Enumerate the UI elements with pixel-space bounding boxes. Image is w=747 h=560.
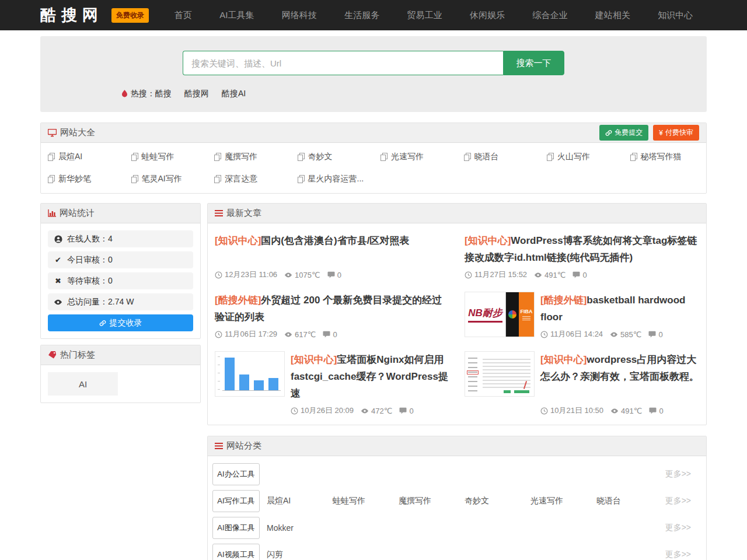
paid-review-button[interactable]: ¥ 付费快审 [653,125,699,141]
comment-icon [649,407,657,414]
free-submit-button[interactable]: 免费提交 [599,125,648,141]
category-label-ai-video[interactable]: AI视频工具 [212,544,260,560]
category-site[interactable]: 蛙蛙写作 [333,496,399,506]
hot-term[interactable]: 酷搜 [155,89,172,99]
link-icon [99,320,106,327]
clock-icon [215,331,222,338]
article-title[interactable]: [知识中心]国内(包含港澳台)省市县/区对照表 [215,232,449,249]
nav-item-entertainment[interactable]: 休闲娱乐 [470,10,505,21]
clock-icon [540,331,548,338]
site-link[interactable]: 笔灵AI写作 [124,168,208,190]
site-link[interactable]: 光速写作 [374,146,457,168]
clock-icon [215,271,222,279]
submit-site-button[interactable]: 提交收录 [48,314,193,331]
hot-search-label: 热搜： [131,89,155,99]
site-link[interactable]: 奇妙文 [291,146,374,168]
eye-icon [54,299,62,305]
nav-item-ai-tools[interactable]: AI工具集 [219,10,254,21]
nav-item-home[interactable]: 首页 [174,10,192,21]
fire-icon [121,90,128,98]
nav-item-trade-industry[interactable]: 贸易工业 [407,10,442,21]
eye-icon [284,332,292,337]
copy-icon [48,175,55,183]
copy-icon [48,153,55,161]
category-site[interactable]: Mokker [267,523,333,533]
stat-pending-review: ✖ 等待审核：0 [48,272,193,289]
comment-icon [648,331,656,338]
site-stats-panel: 网站统计 在线人数：4 ✔ 今日审核：0 ✖ 等待审 [40,203,201,339]
more-link[interactable]: 更多>> [665,496,701,506]
check-icon: ✔ [54,256,62,264]
category-site[interactable]: 晓语台 [596,496,662,506]
article-thumbnail-nb-logo[interactable]: NB耐步 FIBA [465,292,535,337]
category-site[interactable]: 奇妙文 [465,496,530,506]
copy-icon [214,175,221,183]
category-site[interactable]: 光速写作 [530,496,596,506]
main-menu: 首页 AI工具集 网络科技 生活服务 贸易工业 休闲娱乐 综合企业 建站相关 知… [160,10,707,21]
panel-title: 热门标签 [60,349,95,360]
category-site[interactable]: 魔撰写作 [399,496,465,506]
article-title[interactable]: [知识中心]宝塔面板Nginx如何启用 fastcgi_cache缓存？Word… [291,351,449,402]
article-item: NB耐步 FIBA [酷搜外链]basketball hardwood floo… [460,286,704,345]
eye-icon [534,272,542,278]
site-link[interactable]: 晨煊AI [41,146,124,168]
nav-item-site-building[interactable]: 建站相关 [595,10,630,21]
category-site[interactable]: 闪剪 [267,550,333,560]
site-link[interactable]: 晓语台 [457,146,540,168]
article-title[interactable]: [酷搜外链]basketball hardwood floor [540,292,699,326]
site-link[interactable]: 魔撰写作 [207,146,291,168]
copy-icon [214,153,221,161]
article-comments: 0 [659,407,663,415]
site-link[interactable]: 蛙蛙写作 [124,146,208,168]
category-label-ai-office[interactable]: AI办公工具 [212,463,260,485]
article-comments: 0 [658,330,662,339]
tag-ai[interactable]: AI [48,372,118,396]
nav-item-life-services[interactable]: 生活服务 [344,10,379,21]
copy-icon [131,153,138,161]
nav-item-network-tech[interactable]: 网络科技 [282,10,317,21]
article-item: [知识中心]WordPress博客系统如何将文章tag标签链接改成数字id.ht… [460,226,704,286]
more-link[interactable]: 更多>> [665,523,701,533]
site-link[interactable]: 深言达意 [207,168,291,190]
free-submit-badge[interactable]: 免费收录 [111,8,149,23]
site-link[interactable]: 星火内容运营... [291,168,374,190]
article-comments: 0 [409,407,413,415]
panel-title: 网站分类 [226,440,261,452]
copy-icon [547,153,554,161]
search-input[interactable] [183,51,503,75]
article-item: [知识中心]国内(包含港澳台)省市县/区对照表 12月23日 11:06 107… [210,226,454,286]
list-icon [215,210,223,216]
nav-item-enterprise[interactable]: 综合企业 [532,10,567,21]
copy-icon [298,153,305,161]
copy-icon [298,175,305,183]
article-thumbnail-admin-screenshot[interactable] [465,351,535,397]
category-label-ai-writing[interactable]: AI写作工具 [212,490,260,512]
category-site[interactable]: 晨煊AI [267,496,333,506]
article-title[interactable]: [知识中心]wordpress占用内容过大怎么办？亲测有效，宝塔面板教程。 [540,351,699,385]
article-thumbnail-bar-chart[interactable] [215,351,285,397]
site-link[interactable]: 秘塔写作猫 [623,146,707,168]
close-icon: ✖ [54,276,62,285]
category-row: AI视频工具 闪剪 更多>> [212,544,701,560]
category-label-ai-image[interactable]: AI图像工具 [212,517,260,539]
hot-term[interactable]: 酷搜网 [184,89,209,99]
article-title[interactable]: [知识中心]WordPress博客系统如何将文章tag标签链接改成数字id.ht… [465,232,699,266]
user-icon [54,235,62,243]
latest-articles-panel: 最新文章 [知识中心]国内(包含港澳台)省市县/区对照表 12月23日 11:0… [207,203,707,425]
nav-item-knowledge[interactable]: 知识中心 [658,10,693,21]
copy-icon [381,153,388,161]
hot-tags-panel: 热门标签 AI [40,345,201,403]
article-date: 10月21日 10:50 [550,405,603,416]
hot-term[interactable]: 酷搜AI [222,89,246,99]
more-link[interactable]: 更多>> [665,469,701,480]
site-logo[interactable]: 酷搜网 [40,5,103,26]
site-link[interactable]: 新华妙笔 [41,168,124,190]
site-link[interactable]: 火山写作 [540,146,623,168]
comment-icon [323,331,330,338]
stat-online-users: 在线人数：4 [48,230,193,247]
more-link[interactable]: 更多>> [665,550,701,560]
search-button[interactable]: 搜索一下 [503,51,564,75]
article-date: 11月06日 14:24 [550,329,603,340]
article-views: 491℃ [544,271,566,279]
article-title[interactable]: [酷搜外链]外贸超过 200 个最新免费目录提交的经过验证的列表 [215,292,449,326]
